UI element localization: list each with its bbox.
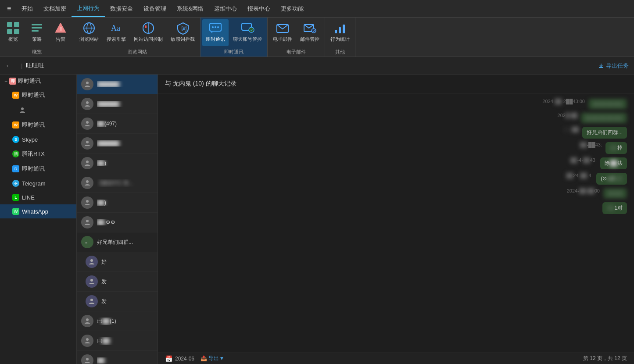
export-task-button[interactable]: 导出任务 (598, 62, 629, 70)
svg-point-37 (86, 200, 89, 203)
svg-point-30 (21, 107, 24, 110)
sidebar-im-section[interactable]: − 即 即时通讯 (0, 75, 76, 88)
nav-data-security[interactable]: 数据安全 (105, 0, 138, 17)
sidebar-item-im2[interactable]: W 即时通讯 (0, 118, 76, 132)
contact-avatar-6 (81, 177, 93, 189)
chat-row-6: ██24-██-4- (⊙a派░░ (158, 171, 634, 186)
email-icon (276, 21, 290, 35)
nav-more-features[interactable]: 更多功能 (276, 0, 309, 17)
nav-report-center[interactable]: 报表中心 (242, 0, 276, 17)
contact-name-8: ██ ⚙⚙ (97, 219, 153, 225)
whatsapp-label: WhatsApp (22, 208, 48, 215)
menu-icon[interactable]: ≡ (2, 5, 16, 13)
chat-area: 与 无内鬼 (10) 的聊天记录 2024-██-2██43:00 ░░░░░░… (158, 75, 634, 364)
svg-point-18 (215, 26, 216, 28)
sidebar-item-im-wangwang[interactable]: W 即时通讯 (0, 88, 76, 103)
toolbar-chat-manage[interactable]: ✓ 聊天账号管控 (229, 19, 265, 46)
svg-point-17 (212, 26, 214, 28)
toolbar-search-engine[interactable]: Aa 搜索引擎 (103, 19, 129, 46)
im-icon (208, 21, 222, 35)
contact-name-2: ██████ (97, 101, 153, 107)
contact-item-2[interactable]: ██████ (77, 94, 158, 114)
contact-item-4[interactable]: ██████ (77, 134, 158, 153)
svg-point-31 (86, 82, 89, 84)
im-section-icon2: 即 (9, 78, 16, 85)
toolbar-email[interactable]: 电子邮件 (269, 19, 296, 46)
sidebar-item-telegram[interactable]: ✈ Telegram (0, 176, 76, 190)
toolbar-email-manage[interactable]: ✓ 邮件管控 (297, 19, 323, 46)
sidebar-item-im3[interactable]: D 即时通讯 (0, 161, 76, 176)
contact-item-8[interactable]: ██ ⚙⚙ (77, 213, 158, 232)
footer-export-btn[interactable]: 📤 导出▼ (201, 355, 224, 362)
contact-avatar-8 (81, 216, 93, 228)
back-button[interactable]: ← (5, 62, 12, 70)
contact-item-11[interactable]: 发 (77, 272, 158, 292)
nav-system-network[interactable]: 系统&网络 (172, 0, 209, 17)
toolbar-browse-website[interactable]: 浏览网站 (76, 19, 102, 46)
email-label: 电子邮件 (273, 36, 292, 43)
toolbar-section-im: 即时通讯 ✓ 聊天账号管控 即时通讯 (201, 18, 268, 57)
contact-item-10[interactable]: 好 (77, 252, 158, 272)
chat-timestamp-6: ██24-██-4- (549, 173, 593, 178)
other-group-label: 其他 (325, 48, 355, 57)
svg-rect-5 (32, 27, 42, 29)
contact-item-12[interactable]: 发 (77, 292, 158, 311)
nav-ops-center[interactable]: 运维中心 (209, 0, 242, 17)
toolbar-site-control[interactable]: 网站访问控制 (130, 19, 166, 46)
chat-timestamp-1: 2024-██-2██43:00 (541, 99, 585, 104)
svg-text:!: ! (60, 26, 62, 32)
contact-info-5: ██) (97, 160, 153, 166)
sidebar-item-whatsapp[interactable]: W WhatsApp (0, 204, 76, 218)
contact-item-15[interactable]: ██ (77, 351, 158, 364)
svg-rect-0 (7, 22, 12, 27)
contact-avatar-3 (81, 118, 93, 130)
svg-point-36 (86, 180, 89, 183)
chat-header: 与 无内鬼 (10) 的聊天记录 (158, 75, 634, 93)
behavior-label: 行为统计 (330, 36, 350, 43)
contact-item-9[interactable]: = 好兄弟们四群... (77, 232, 158, 252)
toolbar-behavior-stats[interactable]: 行为统计 (327, 19, 353, 46)
contact-name-9: 好兄弟们四群... (97, 239, 153, 246)
svg-rect-2 (7, 29, 12, 34)
im-label: 即时通讯 (206, 36, 225, 43)
sidebar-item-line[interactable]: L LINE (0, 190, 76, 204)
toolbar-overview[interactable]: 概览 (2, 19, 25, 46)
toolbar-strategy[interactable]: 策略 (25, 19, 48, 46)
chat-row-7: 2024-██-██00 ░░░░ (158, 186, 634, 200)
contact-item-3[interactable]: ██(497) (77, 114, 158, 134)
contact-avatar-14 (81, 335, 93, 347)
svg-point-42 (90, 279, 93, 282)
search-engine-icon: Aa (109, 21, 123, 35)
toolbar-sensitive[interactable]: 词 敏感词拦截 (167, 19, 198, 46)
contact-item-6[interactable]: 【建设中】美... (77, 173, 158, 193)
chat-bubble-8: ░░1对 (602, 202, 627, 214)
contact-item-14[interactable]: ㈡██ (77, 331, 158, 351)
contact-name-12: 发 (101, 298, 153, 305)
footer-date: 2024-06 (175, 356, 194, 362)
im-wangwang-label: 即时通讯 (22, 91, 45, 99)
contact-avatar-12 (86, 295, 98, 307)
contact-item-7[interactable]: ██) (77, 193, 158, 213)
contact-item-5[interactable]: ██) (77, 153, 158, 173)
sidebar-item-skype[interactable]: S Skype (0, 132, 76, 146)
contact-avatar-2 (81, 98, 93, 110)
nav-doc-encrypt[interactable]: 文档加密 (38, 0, 72, 17)
nav-start[interactable]: 开始 (16, 0, 38, 17)
nav-device-manage[interactable]: 设备管理 (138, 0, 172, 17)
contact-list: ██████ ██████ ██(497) (77, 75, 158, 364)
sidebar-item-user[interactable] (0, 103, 76, 118)
nav-web-behavior[interactable]: 上网行为 (72, 0, 105, 17)
contact-item-1[interactable]: ██████ (77, 75, 158, 94)
chat-bubble-4: ░░掉 (605, 142, 627, 154)
contact-avatar-13 (81, 315, 93, 327)
toolbar-section-overview: 概览 策略 ! 告警 概览 (0, 18, 74, 57)
contact-name-4: ██████ (97, 140, 153, 146)
im-group-label: 即时通讯 (201, 48, 267, 57)
contact-item-13[interactable]: ㈡██(1) (77, 311, 158, 331)
sidebar-item-tencent-rtx[interactable]: 腾 腾讯RTX (0, 146, 76, 161)
contact-info-4: ██████ (97, 140, 153, 146)
im-section-icon: − (4, 78, 7, 84)
chat-bubble-5: 除██法 (600, 157, 627, 169)
toolbar-alert[interactable]: ! 告警 (49, 19, 72, 46)
toolbar-im[interactable]: 即时通讯 (202, 19, 229, 46)
